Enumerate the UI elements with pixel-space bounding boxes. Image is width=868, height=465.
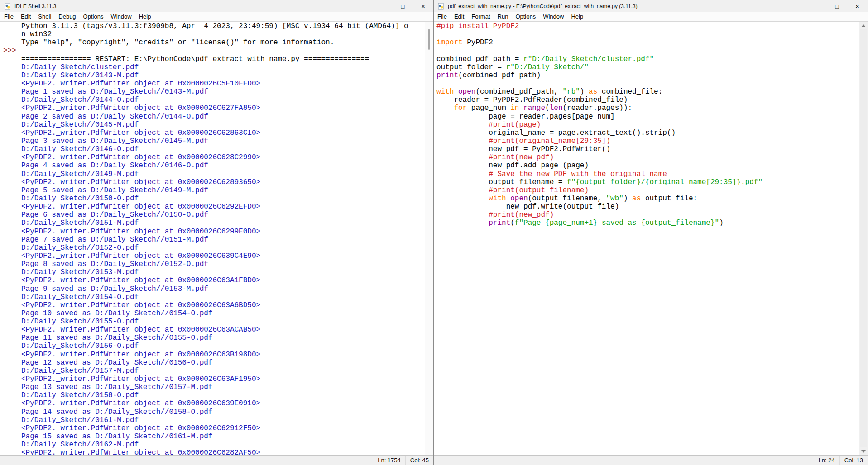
shell-window-title: IDLE Shell 3.11.3	[14, 3, 57, 9]
shell-line: D:/Daily_Sketch//0155-O.pdf	[21, 318, 425, 326]
shell-line: <PyPDF2._writer.PdfWriter object at 0x00…	[21, 129, 425, 137]
code-line: new_pdf.add_page (page)	[436, 161, 859, 170]
window-idle-shell: IDLE Shell 3.11.3 – □ ✕ FileEditShellDeb…	[0, 0, 434, 465]
editor-window-title: pdf_extract_with_name.py - E:\PythonCode…	[448, 3, 638, 9]
close-button[interactable]: ✕	[847, 0, 868, 12]
shell-line: Page 11 saved as D:/Daily_Sketch//0155-O…	[21, 334, 425, 342]
scroll-up-arrow-icon[interactable]	[859, 22, 868, 29]
shell-line: D:/Daily_Sketch//0154-O.pdf	[21, 293, 425, 301]
shell-prompt-sidebar: >>>	[0, 22, 19, 455]
shell-vertical-scrollbar[interactable]	[425, 22, 433, 455]
code-line: #print(new_pdf)	[436, 211, 859, 219]
shell-line: Page 12 saved as D:/Daily_Sketch//0156-O…	[21, 359, 425, 367]
desktop: IDLE Shell 3.11.3 – □ ✕ FileEditShellDeb…	[0, 0, 868, 465]
code-line: combined_pdf_path = r"D:/Daily_Sketch/cl…	[436, 55, 859, 63]
shell-line: Page 13 saved as D:/Daily_Sketch//0157-M…	[21, 383, 425, 391]
shell-line: ================ RESTART: E:\PythonCode\…	[21, 55, 425, 63]
editor-titlebar[interactable]: pdf_extract_with_name.py - E:\PythonCode…	[434, 0, 868, 12]
shell-line: D:/Daily_Sketch//0145-M.pdf	[21, 121, 425, 129]
code-line	[436, 80, 859, 88]
menu-item-run[interactable]: Run	[494, 12, 512, 21]
shell-line: Page 5 saved as D:/Daily_Sketch//0149-M.…	[21, 186, 425, 195]
shell-line: <PyPDF2._writer.PdfWriter object at 0x00…	[21, 301, 425, 309]
code-line: with open(combined_pdf_path, "rb") as co…	[436, 88, 859, 96]
shell-menubar: FileEditShellDebugOptionsWindowHelp	[0, 12, 433, 22]
menu-item-shell[interactable]: Shell	[34, 12, 55, 21]
close-button[interactable]: ✕	[413, 0, 433, 12]
editor-status-line: Ln: 24	[814, 456, 839, 465]
maximize-button[interactable]: □	[393, 0, 413, 12]
shell-line: D:/Daily_Sketch//0161-M.pdf	[21, 416, 425, 424]
shell-line: <PyPDF2._writer.PdfWriter object at 0x00…	[21, 228, 425, 236]
shell-line: Page 9 saved as D:/Daily_Sketch//0153-M.…	[21, 285, 425, 293]
code-line: #print(new_pdf)	[436, 153, 859, 161]
code-line: #print(page)	[436, 121, 859, 129]
shell-text-area[interactable]: Python 3.11.3 (tags/v3.11.3:f3909b8, Apr…	[19, 22, 425, 455]
editor-scrollbar-thumb[interactable]	[860, 29, 867, 447]
idle-app-icon	[437, 3, 445, 10]
menu-item-window[interactable]: Window	[539, 12, 567, 21]
code-line: for page_num in range(len(reader.pages))…	[436, 104, 859, 112]
shell-line: <PyPDF2._writer.PdfWriter object at 0x00…	[21, 399, 425, 408]
shell-prompt: >>>	[3, 47, 16, 55]
shell-line: D:/Daily_Sketch//0149-M.pdf	[21, 170, 425, 178]
menu-item-options[interactable]: Options	[80, 12, 107, 21]
scroll-down-arrow-icon[interactable]	[859, 447, 868, 455]
code-line: output_folder = r"D:/Daily_Sketch/"	[436, 63, 859, 71]
menu-item-file[interactable]: File	[434, 12, 451, 21]
shell-line: n win32	[21, 30, 425, 38]
code-text-area[interactable]: #pip install PyPDF2 import PyPDF2 combin…	[434, 22, 859, 455]
code-line: with open(output_filename, "wb") as outp…	[436, 195, 859, 203]
minimize-button[interactable]: –	[372, 0, 393, 12]
shell-line: Python 3.11.3 (tags/v3.11.3:f3909b8, Apr…	[21, 22, 425, 30]
code-line: #print(original_name[29:35])	[436, 137, 859, 145]
code-line: # Save the new PDF with the original nam…	[436, 170, 859, 178]
shell-line: Page 1 saved as D:/Daily_Sketch//0143-M.…	[21, 88, 425, 96]
maximize-button[interactable]: □	[827, 0, 847, 12]
shell-titlebar[interactable]: IDLE Shell 3.11.3 – □ ✕	[0, 0, 433, 12]
shell-line: D:/Daily_Sketch//0162-M.pdf	[21, 441, 425, 449]
menu-item-format[interactable]: Format	[468, 12, 494, 21]
shell-line: <PyPDF2._writer.PdfWriter object at 0x00…	[21, 252, 425, 260]
shell-line: D:/Daily_Sketch//0146-O.pdf	[21, 145, 425, 153]
shell-line: Page 14 saved as D:/Daily_Sketch//0158-O…	[21, 408, 425, 416]
menu-item-options[interactable]: Options	[512, 12, 539, 21]
shell-line: <PyPDF2._writer.PdfWriter object at 0x00…	[21, 424, 425, 432]
shell-status-col: Col: 45	[405, 456, 433, 465]
menu-item-help[interactable]: Help	[135, 12, 155, 21]
shell-line: D:/Daily_Sketch//0152-O.pdf	[21, 244, 425, 252]
shell-line: Page 15 saved as D:/Daily_Sketch//0161-M…	[21, 432, 425, 441]
menu-item-help[interactable]: Help	[567, 12, 587, 21]
code-line	[436, 30, 859, 38]
minimize-button[interactable]: –	[806, 0, 827, 12]
shell-line: Page 4 saved as D:/Daily_Sketch//0146-O.…	[21, 161, 425, 170]
shell-scrollbar-thumb[interactable]	[428, 29, 430, 50]
code-line: original_name = page.extract_text().stri…	[436, 129, 859, 137]
shell-line: Page 6 saved as D:/Daily_Sketch//0150-O.…	[21, 211, 425, 219]
shell-line: <PyPDF2._writer.PdfWriter object at 0x00…	[21, 276, 425, 285]
menu-item-file[interactable]: File	[0, 12, 17, 21]
shell-line: <PyPDF2._writer.PdfWriter object at 0x00…	[21, 80, 425, 88]
code-line: #print(output_filename)	[436, 186, 859, 195]
window-editor: pdf_extract_with_name.py - E:\PythonCode…	[434, 0, 868, 465]
shell-line: D:/Daily_Sketch//0143-M.pdf	[21, 71, 425, 80]
shell-line	[21, 47, 425, 55]
shell-line: Page 7 saved as D:/Daily_Sketch//0151-M.…	[21, 236, 425, 244]
menu-item-debug[interactable]: Debug	[55, 12, 79, 21]
shell-line: Type "help", "copyright", "credits" or "…	[21, 38, 425, 47]
shell-line: D:/Daily_Sketch//0158-O.pdf	[21, 391, 425, 399]
code-line: print(f"Page {page_num+1} saved as {outp…	[436, 219, 859, 227]
menu-item-edit[interactable]: Edit	[451, 12, 468, 21]
shell-line: D:/Daily_Sketch//0150-O.pdf	[21, 195, 425, 203]
menu-item-window[interactable]: Window	[107, 12, 135, 21]
code-line	[436, 47, 859, 55]
shell-line: D:/Daily_Sketch//0157-M.pdf	[21, 367, 425, 375]
editor-vertical-scrollbar[interactable]	[859, 22, 868, 455]
shell-line: D:/Daily_Sketch//0153-M.pdf	[21, 268, 425, 276]
editor-statusbar: Ln: 24 Col: 13	[434, 455, 868, 465]
shell-line: Page 10 saved as D:/Daily_Sketch//0154-O…	[21, 309, 425, 318]
menu-item-edit[interactable]: Edit	[17, 12, 34, 21]
shell-window-controls: – □ ✕	[372, 0, 433, 12]
code-line: reader = PyPDF2.PdfReader(combined_file)	[436, 96, 859, 104]
shell-status-line: Ln: 1754	[373, 456, 405, 465]
